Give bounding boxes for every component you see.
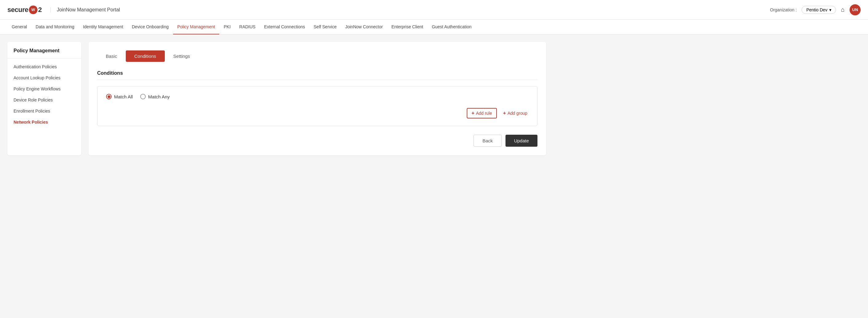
main-nav: General Data and Monitoring Identity Man… <box>0 20 868 34</box>
conditions-actions: + Add rule + Add group <box>106 108 529 118</box>
nav-item-guest-authentication[interactable]: Guest Authentication <box>427 20 476 34</box>
conditions-box: Match All Match Any + Add rule + Add gro… <box>97 86 537 126</box>
bottom-actions: Back Update <box>97 135 537 147</box>
portal-title: JoinNow Management Portal <box>51 7 120 12</box>
sidebar-item-account-lookup-policies[interactable]: Account Lookup Policies <box>7 72 81 83</box>
user-avatar[interactable]: UN <box>849 4 861 15</box>
nav-item-external-connections[interactable]: External Connections <box>260 20 309 34</box>
match-all-label: Match All <box>114 94 133 99</box>
match-any-option[interactable]: Match Any <box>140 94 170 99</box>
add-group-button[interactable]: + Add group <box>502 108 529 118</box>
org-label: Organization : <box>770 7 797 12</box>
sidebar-title: Policy Management <box>7 48 81 59</box>
sidebar-item-network-policies[interactable]: Network Policies <box>7 117 81 128</box>
logo-badge: W <box>29 5 37 14</box>
match-all-radio[interactable] <box>106 94 112 99</box>
update-button[interactable]: Update <box>505 135 537 147</box>
tab-conditions[interactable]: Conditions <box>126 51 165 62</box>
tab-settings[interactable]: Settings <box>165 51 198 62</box>
match-any-label: Match Any <box>148 94 170 99</box>
match-all-option[interactable]: Match All <box>106 94 133 99</box>
add-rule-button[interactable]: + Add rule <box>467 108 497 118</box>
conditions-section-title: Conditions <box>97 70 537 80</box>
logo-w: W <box>31 7 35 12</box>
logo[interactable]: secure W 2 <box>7 5 42 14</box>
logo-number: 2 <box>38 6 42 14</box>
add-group-label: Add group <box>507 111 527 116</box>
match-options: Match All Match Any <box>106 94 529 99</box>
main-content: Policy Management Authentication Policie… <box>0 34 554 163</box>
add-rule-label: Add rule <box>476 111 492 116</box>
back-button[interactable]: Back <box>473 135 501 147</box>
home-icon[interactable]: ⌂ <box>841 6 845 13</box>
nav-item-pki[interactable]: PKI <box>219 20 235 34</box>
nav-item-data-monitoring[interactable]: Data and Monitoring <box>31 20 79 34</box>
nav-item-device-onboarding[interactable]: Device Onboarding <box>128 20 173 34</box>
org-selector[interactable]: Pentio Dev ▾ <box>802 6 836 14</box>
nav-item-policy-management[interactable]: Policy Management <box>173 20 220 34</box>
nav-item-identity-management[interactable]: Identity Management <box>79 20 128 34</box>
sidebar-item-authentication-policies[interactable]: Authentication Policies <box>7 61 81 72</box>
nav-item-radius[interactable]: RADIUS <box>235 20 260 34</box>
plus-icon: + <box>472 110 474 116</box>
nav-item-enterprise-client[interactable]: Enterprise Client <box>387 20 428 34</box>
match-any-radio[interactable] <box>140 94 146 99</box>
header-right: Organization : Pentio Dev ▾ ⌂ UN <box>770 4 861 15</box>
nav-item-joinnow-connector[interactable]: JoinNow Connector <box>341 20 387 34</box>
chevron-down-icon: ▾ <box>829 7 831 12</box>
tab-bar: Basic Conditions Settings <box>97 51 537 62</box>
header: secure W 2 JoinNow Management Portal Org… <box>0 0 868 20</box>
tab-basic[interactable]: Basic <box>97 51 126 62</box>
sidebar-item-policy-engine-workflows[interactable]: Policy Engine Workflows <box>7 83 81 94</box>
sidebar: Policy Management Authentication Policie… <box>7 42 81 155</box>
sidebar-item-device-role-policies[interactable]: Device Role Policies <box>7 94 81 105</box>
logo-text-before: secure <box>7 6 28 14</box>
org-name: Pentio Dev <box>806 7 827 12</box>
nav-item-general[interactable]: General <box>7 20 31 34</box>
plus-icon-group: + <box>503 110 506 116</box>
nav-item-self-service[interactable]: Self Service <box>309 20 341 34</box>
content-area: Basic Conditions Settings Conditions Mat… <box>89 42 546 155</box>
sidebar-item-enrollment-policies[interactable]: Enrollment Policies <box>7 105 81 117</box>
